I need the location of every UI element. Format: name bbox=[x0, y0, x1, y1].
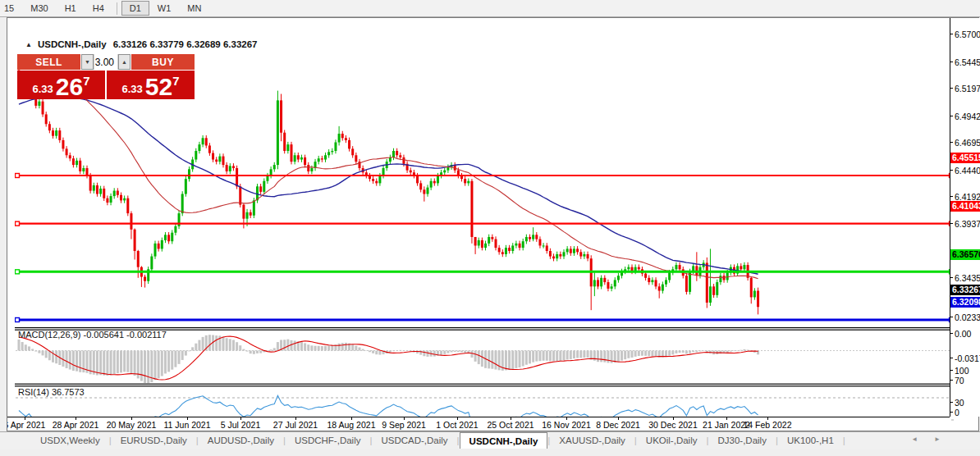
price-axis-label: 0 bbox=[955, 408, 959, 417]
volume-input[interactable] bbox=[94, 54, 117, 70]
timeframe-button-H1[interactable]: H1 bbox=[57, 1, 85, 16]
date-label: 14 Feb 2022 bbox=[744, 420, 792, 430]
price-axis-label: 30 bbox=[955, 398, 964, 408]
axis-tick bbox=[950, 34, 953, 34]
axis-tick bbox=[950, 62, 953, 62]
tab-usdx-weekly[interactable]: USDX,Weekly bbox=[31, 432, 109, 449]
date-label: 11 Jun 2021 bbox=[163, 420, 210, 430]
tab-xauusd-daily[interactable]: XAUUSD-,Daily bbox=[550, 432, 634, 449]
volume-decrease-button[interactable]: ▼ bbox=[81, 54, 94, 70]
date-axis[interactable]: 6 Apr 202128 Apr 202120 May 202111 Jun 2… bbox=[7, 417, 950, 431]
tab-eurusd-daily[interactable]: EURUSD-,Daily bbox=[112, 432, 196, 449]
buy-price-pips: 52 bbox=[145, 76, 172, 97]
sell-button[interactable]: SELL bbox=[17, 54, 80, 70]
timeframe-button-D1[interactable]: D1 bbox=[121, 1, 149, 16]
date-label: 5 Jul 2021 bbox=[221, 420, 260, 430]
axis-tick bbox=[950, 196, 953, 197]
volume-increase-button[interactable]: ▲ bbox=[118, 54, 131, 70]
buy-price-point: 7 bbox=[172, 74, 179, 88]
chart-symbol-label: USDCNH-,Daily bbox=[38, 39, 107, 49]
tab-separator: | bbox=[843, 432, 845, 449]
price-badge: 6.33267 bbox=[950, 285, 980, 295]
timeframe-button-15[interactable]: 15 bbox=[0, 1, 22, 16]
price-axis[interactable]: 6.570006.544506.519756.494256.469506.444… bbox=[950, 18, 980, 417]
volume-stepper: ▼ ▲ bbox=[81, 54, 131, 70]
sell-price-display[interactable]: 6.33 26 7 bbox=[17, 71, 105, 99]
tab-usdcad-daily[interactable]: USDCAD-,Daily bbox=[372, 432, 456, 449]
date-label: 28 Apr 2021 bbox=[53, 420, 99, 430]
macd-indicator-label: MACD(12,26,9) -0.005641 -0.002117 bbox=[18, 330, 167, 340]
date-label: 1 Oct 2021 bbox=[436, 420, 478, 430]
price-axis-label: 100 bbox=[955, 366, 969, 376]
axis-tick bbox=[950, 277, 953, 278]
date-label: 16 Nov 2021 bbox=[542, 420, 591, 430]
axis-tick bbox=[950, 223, 953, 224]
rsi-indicator-label: RSI(14) 36.7573 bbox=[18, 387, 85, 397]
axis-tick bbox=[950, 370, 953, 371]
axis-tick bbox=[950, 170, 953, 171]
tab-audusd-daily[interactable]: AUDUSD-,Daily bbox=[199, 432, 283, 449]
collapse-panel-icon[interactable]: ▲ bbox=[25, 41, 32, 48]
price-badge: 6.45515 bbox=[950, 153, 980, 163]
axis-tick bbox=[950, 412, 953, 413]
sell-price-point: 7 bbox=[83, 74, 89, 88]
price-axis-label: 0.00 bbox=[955, 329, 971, 339]
buy-button[interactable]: BUY bbox=[131, 54, 195, 70]
timeframe-button-W1[interactable]: W1 bbox=[149, 1, 180, 16]
price-axis-label: 6.46950 bbox=[955, 138, 980, 148]
mt4-terminal: 15M30H1H4D1W1MN ▲USDCNH-,Daily6.33126 6.… bbox=[0, 0, 980, 456]
price-axis-label: 6.51975 bbox=[955, 84, 980, 93]
price-badge: 6.36570 bbox=[950, 249, 980, 260]
date-label: 25 Oct 2021 bbox=[487, 420, 534, 430]
timeframe-button-MN[interactable]: MN bbox=[179, 1, 209, 16]
axis-tick bbox=[950, 402, 953, 403]
price-badge: 6.41043 bbox=[950, 201, 980, 212]
price-axis-label: 6.49425 bbox=[955, 112, 980, 121]
tab-scroll-right-icon[interactable]: ► bbox=[934, 435, 941, 443]
axis-tick bbox=[950, 380, 953, 381]
timeframe-button-H4[interactable]: H4 bbox=[85, 1, 112, 16]
axis-tick bbox=[950, 116, 953, 116]
price-axis-label: 70 bbox=[955, 376, 964, 385]
tab-scroll-arrows: ◄ ► bbox=[911, 435, 941, 443]
tab-scroll-left-icon[interactable]: ◄ bbox=[911, 435, 918, 443]
price-badge: 6.32098 bbox=[950, 297, 980, 308]
price-axis-label: 6.39375 bbox=[955, 219, 980, 229]
tab-uk100-h1[interactable]: UK100-,H1 bbox=[778, 432, 843, 449]
price-axis-label: 6.54450 bbox=[955, 57, 980, 67]
date-label: 30 Dec 2021 bbox=[648, 420, 698, 430]
tab-usdcnh-daily[interactable]: USDCNH-,Daily bbox=[460, 432, 548, 449]
one-click-trade-panel: SELL ▼ ▲ BUY 6.33 26 7 6.33 52 7 bbox=[17, 54, 195, 99]
timeframe-toolbar: 15M30H1H4D1W1MN bbox=[0, 0, 980, 17]
chart-window: ▲USDCNH-,Daily6.33126 6.33779 6.32689 6.… bbox=[7, 17, 979, 431]
price-axis-label: -0.031744 bbox=[955, 353, 980, 363]
date-label: 20 May 2021 bbox=[107, 420, 157, 430]
price-axis-label: 6.44400 bbox=[955, 166, 980, 176]
symbol-tab-bar: USDX,Weekly|EURUSD-,Daily|AUDUSD-,Daily|… bbox=[0, 431, 980, 449]
date-label: 8 Dec 2021 bbox=[596, 420, 640, 430]
sell-price-base: 6.33 bbox=[32, 83, 53, 95]
date-label: 18 Aug 2021 bbox=[327, 420, 376, 430]
axis-tick bbox=[950, 142, 953, 143]
chart-ohlc-values: 6.33126 6.33779 6.32689 6.33267 bbox=[113, 39, 258, 49]
date-label: 9 Sep 2021 bbox=[382, 420, 426, 430]
price-axis-label: 0.023365 bbox=[955, 312, 980, 322]
buy-price-display[interactable]: 6.33 52 7 bbox=[107, 71, 195, 99]
tab-ukoil-daily[interactable]: UKOil-,Daily bbox=[637, 432, 707, 449]
axis-tick bbox=[950, 317, 953, 317]
axis-tick bbox=[950, 358, 953, 358]
date-label: 6 Apr 2021 bbox=[7, 420, 45, 430]
date-label: 27 Jul 2021 bbox=[273, 420, 318, 430]
axis-tick bbox=[950, 333, 953, 334]
tab-dj30-daily[interactable]: DJ30-,Daily bbox=[708, 432, 775, 449]
sell-price-pips: 26 bbox=[56, 76, 83, 97]
toolbar-separator bbox=[117, 2, 117, 15]
timeframe-button-M30[interactable]: M30 bbox=[22, 1, 56, 16]
price-axis-label: 6.57000 bbox=[955, 30, 980, 39]
chart-title: ▲USDCNH-,Daily6.33126 6.33779 6.32689 6.… bbox=[25, 39, 258, 49]
tab-usdchf-daily[interactable]: USDCHF-,Daily bbox=[286, 432, 370, 449]
price-axis-label: 6.34350 bbox=[955, 273, 980, 283]
axis-tick bbox=[950, 88, 953, 89]
buy-price-base: 6.33 bbox=[121, 83, 142, 95]
